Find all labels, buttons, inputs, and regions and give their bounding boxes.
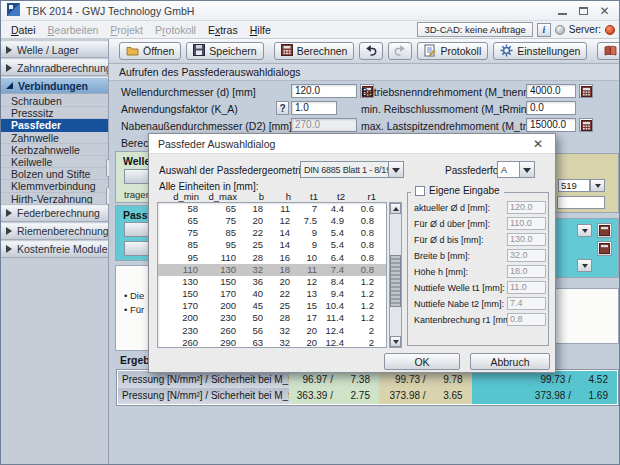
eigene-eingabe-row[interactable]: Eigene Eingabe	[411, 185, 504, 196]
table-cell: 1.2	[344, 276, 374, 288]
menu-datei[interactable]: Datei	[5, 24, 42, 36]
sidebar-group-welle-lager[interactable]: Welle / Lager	[1, 41, 108, 58]
table-cell: 9	[290, 239, 317, 251]
table-cell: 50	[236, 312, 263, 324]
table-row[interactable]: 7585221495.40.8	[158, 227, 386, 239]
table-cell: 230	[158, 325, 198, 337]
sidebar-group-riemenberechnung[interactable]: Riemenberechnung	[1, 223, 108, 240]
table-row[interactable]: 657520127.54.90.8	[158, 215, 386, 227]
results-table: Pressung [N/mm²] / Sicherheit bei M_tnen…	[116, 369, 619, 406]
table-cell: 20	[290, 325, 317, 337]
sidebar-item-schrauben[interactable]: Schrauben	[1, 95, 108, 107]
protocol-button[interactable]: Protokoll	[417, 42, 488, 60]
table-row[interactable]: 1301503620128.41.2	[158, 276, 386, 288]
table-row[interactable]: 951102816106.40.8	[158, 252, 386, 264]
calculator-button[interactable]	[579, 84, 593, 98]
table-row[interactable]: 5865181174.40.6	[158, 203, 386, 215]
calculator-icon	[281, 44, 293, 58]
material-id-field[interactable]: 519	[558, 179, 590, 192]
help-value-button[interactable]: ?	[276, 101, 289, 115]
sidebar-item-presssitz[interactable]: Presssitz	[1, 107, 108, 119]
geometry-select[interactable]: DIN 6885 Blatt 1 - 8/1968	[300, 161, 404, 178]
result-value: 363.39 /	[289, 390, 339, 401]
open-button[interactable]: Öffnen	[119, 42, 181, 60]
table-cell: 58	[158, 203, 198, 215]
table-cell: 0.8	[344, 252, 374, 264]
calculator-button[interactable]	[597, 241, 612, 256]
material-input[interactable]	[557, 196, 605, 209]
calculator-button[interactable]	[579, 118, 593, 132]
undo-button[interactable]	[359, 42, 383, 60]
table-row[interactable]: 20023050281711.41.2	[158, 312, 386, 324]
sidebar-item-klemmverbindung[interactable]: Klemmverbindung	[1, 180, 108, 192]
table-cell: 5.4	[317, 227, 344, 239]
scroll-up-icon[interactable]	[390, 203, 401, 214]
sidebar-group-federberechnung[interactable]: Federberechnung	[1, 205, 108, 222]
settings-button[interactable]: Einstellungen	[493, 42, 587, 60]
checkbox-icon[interactable]	[415, 186, 425, 196]
sidebar-item-passfeder[interactable]: Passfeder	[1, 119, 108, 131]
ok-button[interactable]: OK	[384, 353, 460, 370]
table-cell: 75	[158, 227, 198, 239]
sidebar-item-kerbzahnwelle[interactable]: Kerbzahnwelle	[1, 144, 108, 156]
sidebar-group-kostenfreie-module[interactable]: Kostenfreie Module	[1, 241, 108, 258]
table-row[interactable]: 17020045251510.41.2	[158, 300, 386, 312]
table-cell: 2	[344, 325, 374, 337]
reibschlussmoment-input[interactable]: 0.0	[526, 101, 576, 115]
table-cell: 15	[290, 300, 317, 312]
sidebar-group-zahnradberechnung[interactable]: Zahnradberechnung	[1, 59, 108, 76]
field-label: Für Ø d über [mm]:	[414, 219, 490, 229]
expand-arrow-icon	[6, 64, 12, 72]
help-button[interactable]: Hilfe	[597, 42, 620, 60]
redo-button[interactable]	[388, 42, 412, 60]
expand-arrow-icon	[6, 82, 13, 89]
lastspitzendrehmoment-input[interactable]: 15000.0	[526, 118, 576, 132]
table-row[interactable]: 23026056322012.42	[158, 325, 386, 337]
result-pair: 96.97 /7.38	[289, 371, 379, 388]
table-cell: 1.2	[344, 300, 374, 312]
custom-value-field: 110.0	[507, 217, 546, 230]
passfederform-select[interactable]: A	[497, 161, 535, 178]
sidebar-item-hirth-verzahnung[interactable]: Hirth-Verzahnung	[1, 193, 108, 205]
minimize-button[interactable]	[552, 1, 573, 21]
menu-hilfe[interactable]: Hilfe	[244, 24, 277, 36]
calculator-button[interactable]	[597, 223, 612, 238]
save-button[interactable]: Speichern	[186, 42, 263, 60]
field-label: Für Ø d bis [mm]:	[414, 235, 484, 245]
result-value: 96.97 /	[289, 374, 339, 385]
scroll-down-icon[interactable]	[390, 336, 401, 347]
wellendurchmesser-input[interactable]: 120.0	[291, 84, 357, 98]
table-row[interactable]: 8595251495.40.8	[158, 239, 386, 251]
sidebar-item-bolzen-und-stifte[interactable]: Bolzen und Stifte	[1, 168, 108, 180]
chevron-down-icon[interactable]	[577, 259, 592, 272]
sidebar-group-verbindungen[interactable]: Verbindungen	[1, 77, 108, 94]
info-button[interactable]: i	[537, 23, 551, 37]
menu-extras[interactable]: Extras	[202, 24, 244, 36]
chevron-down-icon[interactable]	[590, 179, 605, 192]
app-icon	[7, 3, 20, 18]
result-pair: 99.73 /9.78	[379, 371, 472, 388]
column-header: b	[237, 191, 264, 202]
close-button[interactable]: ✕	[594, 1, 615, 21]
result-row: Pressung [N/mm²] / Sicherheit bei M_tmax…	[118, 388, 617, 405]
table-cell: 65	[158, 215, 198, 227]
scrollbar-thumb[interactable]	[390, 255, 401, 307]
sidebar-item-keilwelle[interactable]: Keilwelle	[1, 156, 108, 168]
table-scrollbar[interactable]	[389, 202, 402, 348]
calculate-button[interactable]: Berechnen	[274, 42, 355, 60]
dialog-close-icon[interactable]: ✕	[530, 136, 546, 152]
result-value: 99.73 /	[472, 374, 577, 385]
chevron-down-icon[interactable]	[577, 224, 592, 237]
maximize-button[interactable]	[573, 1, 594, 21]
sidebar-item-zahnwelle[interactable]: Zahnwelle	[1, 132, 108, 144]
anwendungsfaktor-input[interactable]: 1.0	[291, 101, 337, 115]
menubar: DateiBearbeitenProjektProtokollExtrasHil…	[1, 21, 620, 39]
cancel-button[interactable]: Abbruch	[470, 353, 550, 370]
table-cell: 20	[236, 215, 263, 227]
table-row[interactable]: 26029063322012.42	[158, 337, 386, 348]
table-row[interactable]: 1101303218117.40.8	[158, 264, 386, 276]
field-label: Nuttiefe Welle t1 [mm]:	[414, 283, 505, 293]
betriebsnenndrehmoment-input[interactable]: 4000.0	[526, 84, 576, 98]
table-cell: 56	[236, 325, 263, 337]
table-row[interactable]: 1501704022139.41.2	[158, 288, 386, 300]
